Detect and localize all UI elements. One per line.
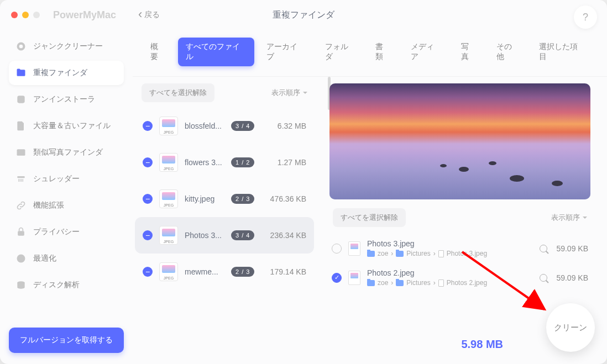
select-checkbox[interactable] bbox=[332, 244, 342, 254]
minimize-window-button[interactable] bbox=[22, 12, 29, 18]
tab-documents[interactable]: 書類 bbox=[368, 38, 399, 66]
help-button[interactable]: ? bbox=[574, 6, 597, 29]
sidebar-item-disk-analysis[interactable]: ディスク解析 bbox=[9, 273, 124, 297]
jpeg-file-icon bbox=[159, 189, 178, 208]
window-controls[interactable] bbox=[11, 12, 40, 18]
duplicate-group-row[interactable]: − blossfeld... 3 / 4 6.32 MB bbox=[135, 108, 314, 144]
duplicate-group-row[interactable]: − kitty.jpeg 2 / 3 476.36 KB bbox=[135, 181, 314, 217]
selection-count-badge: 1 / 2 bbox=[231, 157, 254, 167]
tab-other[interactable]: その他 bbox=[489, 38, 527, 66]
jpeg-file-icon bbox=[159, 226, 178, 245]
back-button[interactable]: 戻る bbox=[138, 10, 160, 20]
collapse-icon[interactable]: − bbox=[143, 230, 153, 240]
tab-media[interactable]: メディア bbox=[403, 38, 449, 66]
document-icon bbox=[15, 120, 27, 131]
duplicate-file-name: Photos 2.jpeg bbox=[367, 268, 530, 277]
total-selected-size: 5.98 MB bbox=[461, 338, 503, 351]
sidebar-item-label: プライバシー bbox=[33, 227, 80, 237]
svg-point-4 bbox=[17, 255, 25, 263]
file-name: Photos 3... bbox=[185, 231, 224, 240]
folder-mini-icon bbox=[367, 280, 375, 286]
jpeg-file-icon bbox=[348, 241, 360, 256]
jpeg-file-icon bbox=[159, 262, 178, 281]
sidebar-item-label: シュレッダー bbox=[33, 174, 80, 184]
sidebar-item-optimize[interactable]: 最適化 bbox=[9, 246, 124, 271]
collapse-icon[interactable]: − bbox=[143, 194, 153, 204]
lock-icon bbox=[15, 226, 27, 238]
tab-all-files[interactable]: すべてのファイル bbox=[178, 38, 255, 66]
duplicate-group-list: − blossfeld... 3 / 4 6.32 MB − flowers 3… bbox=[135, 108, 314, 357]
selection-count-badge: 2 / 3 bbox=[231, 194, 254, 204]
duplicate-file-row[interactable]: Photos 2.jpeg zoe› Pictures› Photos 2.jp… bbox=[329, 263, 590, 292]
globe-icon bbox=[15, 253, 27, 264]
sidebar-item-label: 重複ファインダ bbox=[33, 68, 87, 78]
jpeg-file-icon bbox=[159, 117, 178, 135]
collapse-icon[interactable]: − bbox=[143, 157, 153, 167]
app-title: PowerMyMac bbox=[53, 9, 116, 21]
sidebar-item-extensions[interactable]: 機能拡張 bbox=[9, 193, 124, 218]
svg-rect-1 bbox=[17, 149, 25, 156]
sidebar-item-large-old-files[interactable]: 大容量＆古いファイル bbox=[9, 114, 124, 138]
duplicate-group-row[interactable]: − flowers 3... 1 / 2 1.27 MB bbox=[135, 144, 314, 181]
tab-archives[interactable]: アーカイブ bbox=[259, 38, 312, 66]
file-size: 6.32 MB bbox=[278, 122, 306, 130]
get-full-version-button[interactable]: フルバージョンを取得する bbox=[9, 328, 124, 353]
magnify-icon[interactable] bbox=[540, 274, 547, 282]
file-size: 476.36 KB bbox=[270, 194, 306, 203]
gear-icon bbox=[15, 41, 27, 52]
sidebar-item-uninstaller[interactable]: アンインストーラ bbox=[9, 87, 124, 112]
sidebar-item-label: 大容量＆古いファイル bbox=[33, 121, 111, 131]
link-icon bbox=[15, 200, 27, 211]
sidebar-item-duplicate-finder[interactable]: 重複ファインダ bbox=[9, 61, 124, 85]
disk-icon bbox=[15, 279, 27, 291]
sidebar-item-label: 類似写真ファインダ bbox=[33, 147, 103, 157]
file-size: 1.27 MB bbox=[278, 158, 306, 167]
magnify-icon[interactable] bbox=[540, 245, 547, 252]
sidebar-item-junk-cleaner[interactable]: ジャンククリーナー bbox=[9, 34, 124, 59]
sidebar-item-label: アンインストーラ bbox=[33, 94, 95, 104]
deselect-all-button[interactable]: すべてを選択解除 bbox=[142, 83, 214, 102]
page-title: 重複ファインダ bbox=[273, 9, 334, 21]
jpeg-file-icon bbox=[159, 153, 178, 172]
close-window-button[interactable] bbox=[11, 12, 18, 18]
duplicate-file-name: Photos 3.jpeg bbox=[367, 239, 530, 248]
duplicate-group-row[interactable]: − mewme... 2 / 3 179.14 KB bbox=[135, 254, 314, 290]
clean-button[interactable]: クリーン bbox=[546, 303, 595, 352]
select-checkbox[interactable] bbox=[332, 273, 342, 283]
file-name: mewme... bbox=[185, 267, 224, 276]
collapse-icon[interactable]: − bbox=[143, 121, 153, 131]
tab-folders[interactable]: フォルダ bbox=[317, 38, 363, 66]
duplicate-file-size: 59.09 KB bbox=[556, 244, 588, 253]
duplicate-file-row[interactable]: Photos 3.jpeg zoe› Pictures› Photos 3.jp… bbox=[329, 234, 590, 263]
deselect-all-duplicates-button[interactable]: すべてを選択解除 bbox=[333, 208, 406, 227]
file-mini-icon bbox=[438, 250, 444, 257]
sidebar-item-label: ディスク解析 bbox=[33, 280, 80, 290]
selection-count-badge: 3 / 4 bbox=[231, 121, 254, 131]
tab-selected[interactable]: 選択した項目 bbox=[531, 38, 593, 66]
sidebar-item-shredder[interactable]: シュレッダー bbox=[9, 167, 124, 191]
folder-mini-icon bbox=[396, 280, 404, 286]
sidebar: ジャンククリーナー 重複ファインダ アンインストーラ 大容量＆古いファイル 類似… bbox=[0, 30, 133, 364]
file-name: blossfeld... bbox=[185, 122, 224, 130]
sort-order-dropdown[interactable]: 表示順序 bbox=[271, 88, 307, 98]
file-name: flowers 3... bbox=[185, 158, 224, 167]
shredder-icon bbox=[15, 173, 27, 184]
duplicate-file-size: 59.09 KB bbox=[556, 273, 588, 282]
maximize-window-button bbox=[33, 12, 40, 18]
tab-overview[interactable]: 概要 bbox=[143, 38, 174, 66]
collapse-icon[interactable]: − bbox=[143, 267, 153, 277]
app-icon bbox=[15, 94, 27, 105]
selection-count-badge: 2 / 3 bbox=[231, 267, 254, 277]
duplicate-file-path: zoe› Pictures› Photos 2.jpeg bbox=[367, 279, 530, 287]
sidebar-item-privacy[interactable]: プライバシー bbox=[9, 220, 124, 244]
folder-mini-icon bbox=[367, 251, 375, 257]
folder-mini-icon bbox=[396, 251, 404, 257]
duplicate-group-row[interactable]: − Photos 3... 3 / 4 236.34 KB bbox=[135, 217, 314, 254]
duplicates-sort-dropdown[interactable]: 表示順序 bbox=[551, 213, 587, 223]
sidebar-item-label: 機能拡張 bbox=[33, 201, 64, 210]
tab-photos[interactable]: 写真 bbox=[453, 38, 484, 66]
selection-count-badge: 3 / 4 bbox=[231, 230, 254, 240]
sidebar-item-similar-photos[interactable]: 類似写真ファインダ bbox=[9, 140, 124, 165]
svg-rect-0 bbox=[17, 96, 24, 103]
sidebar-item-label: 最適化 bbox=[33, 254, 56, 263]
